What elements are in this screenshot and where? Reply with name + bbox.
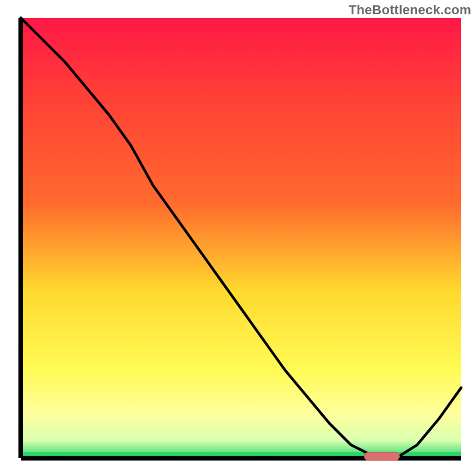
optimum-marker [364,452,399,461]
chart-container: TheBottleneck.com [0,0,476,476]
bottleneck-chart [0,0,476,476]
plot-background [21,18,461,458]
watermark-text: TheBottleneck.com [349,2,471,18]
